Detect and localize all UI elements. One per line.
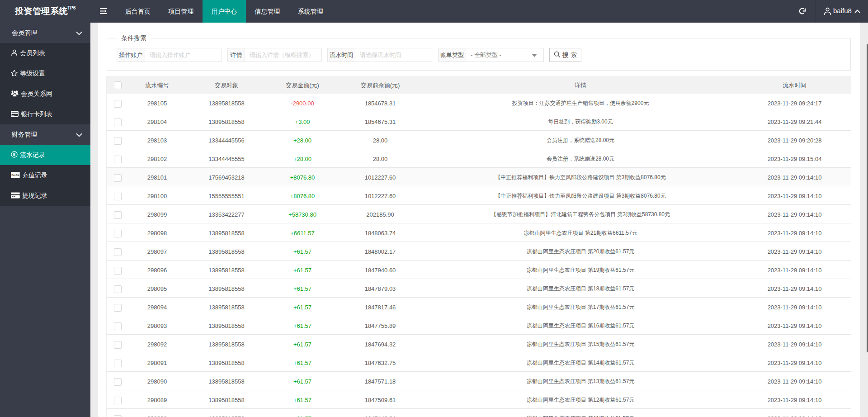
svg-text:PayPal: PayPal — [11, 174, 19, 176]
